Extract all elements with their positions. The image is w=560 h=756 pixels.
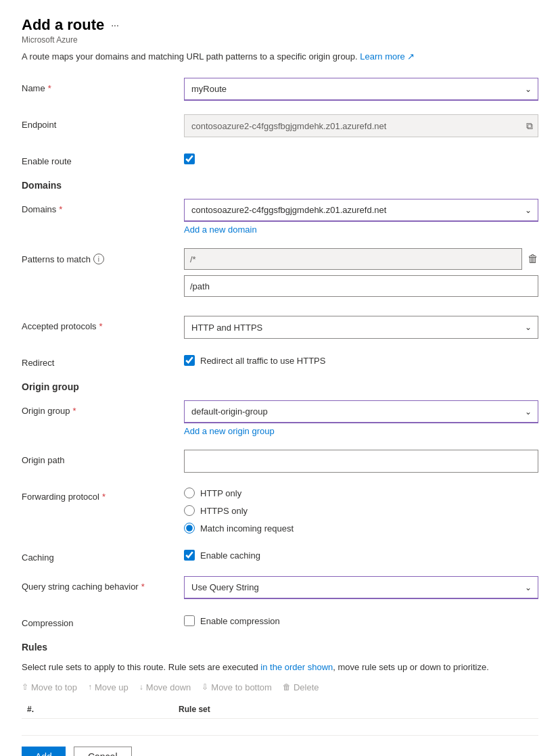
delete-rule-button: 🗑 Delete — [283, 682, 319, 692]
forwarding-https-only-radio[interactable] — [184, 505, 195, 516]
redirect-row: Redirect Redirect all traffic to use HTT… — [22, 352, 538, 368]
origin-path-row: Origin path — [22, 450, 538, 473]
caching-checkbox-row: Enable caching — [184, 550, 538, 561]
forwarding-https-only-row: HTTPS only — [184, 505, 538, 516]
footer-buttons: Add Cancel — [22, 735, 538, 757]
enable-route-row: Enable route — [22, 151, 538, 166]
pattern2-input[interactable] — [184, 275, 538, 297]
origin-section-header: Origin group — [22, 381, 538, 392]
add-button[interactable]: Add — [22, 747, 66, 757]
compression-row: Compression Enable compression — [22, 613, 538, 628]
page-title: Add a route — [22, 16, 104, 34]
learn-more-link[interactable]: Learn more ↗ — [360, 51, 415, 62]
redirect-area: Redirect all traffic to use HTTPS — [184, 352, 538, 366]
description: A route maps your domains and matching U… — [22, 51, 538, 62]
name-select-wrapper: ⌄ — [184, 78, 538, 101]
subtitle: Microsoft Azure — [22, 35, 538, 45]
endpoint-input — [184, 114, 538, 137]
move-down-icon: ↓ — [139, 682, 143, 692]
name-input[interactable] — [184, 78, 538, 101]
domains-select[interactable]: contosoazure2-c4fggsfbgjgmdehk.z01.azure… — [184, 199, 538, 222]
compression-area: Enable compression — [184, 613, 538, 626]
caching-label: Caching — [22, 547, 184, 563]
origin-group-label: Origin group* — [22, 400, 184, 416]
caching-checkbox-label: Enable caching — [200, 550, 260, 561]
move-up-button: ↑ Move up — [88, 682, 129, 692]
move-to-bottom-button: ⇩ Move to bottom — [202, 682, 272, 692]
cancel-button[interactable]: Cancel — [74, 747, 132, 757]
query-string-area: Use Query String Ignore Query String Use… — [184, 576, 538, 599]
endpoint-label: Endpoint — [22, 114, 184, 130]
add-origin-group-link[interactable]: Add a new origin group — [184, 426, 275, 436]
move-to-top-button: ⇧ Move to top — [22, 682, 77, 692]
rules-section: Rules Select rule sets to apply to this … — [22, 642, 538, 719]
redirect-label: Redirect — [22, 352, 184, 368]
name-row: Name* ⌄ — [22, 78, 538, 101]
pattern1-delete-icon[interactable]: 🗑 — [528, 253, 538, 265]
query-string-row: Query string caching behavior* Use Query… — [22, 576, 538, 599]
accepted-protocols-select-wrapper: HTTP and HTTPS HTTP only HTTPS only ⌄ — [184, 316, 538, 339]
origin-group-select-wrapper: default-origin-group ⌄ — [184, 400, 538, 423]
delete-rule-icon: 🗑 — [283, 682, 291, 692]
rules-highlight: in the order shown — [260, 662, 333, 672]
accepted-protocols-select[interactable]: HTTP and HTTPS HTTP only HTTPS only — [184, 316, 538, 339]
accepted-protocols-area: HTTP and HTTPS HTTP only HTTPS only ⌄ — [184, 316, 538, 339]
rules-table: #. Rule set — [22, 701, 538, 719]
forwarding-http-only-row: HTTP only — [184, 488, 538, 498]
forwarding-protocol-radio-group: HTTP only HTTPS only Match incoming requ… — [184, 488, 538, 534]
query-string-select[interactable]: Use Query String Ignore Query String Use… — [184, 576, 538, 599]
redirect-checkbox-label: Redirect all traffic to use HTTPS — [200, 356, 325, 366]
rules-col-ruleset: Rule set — [173, 701, 538, 719]
accepted-protocols-row: Accepted protocols* HTTP and HTTPS HTTP … — [22, 316, 538, 339]
domains-field-area: contosoazure2-c4fggsfbgjgmdehk.z01.azure… — [184, 199, 538, 235]
ellipsis-menu[interactable]: ··· — [111, 20, 119, 30]
name-label: Name* — [22, 78, 184, 93]
enable-route-area — [184, 151, 538, 164]
add-domain-link[interactable]: Add a new domain — [184, 225, 257, 235]
move-to-bottom-icon: ⇩ — [202, 682, 208, 692]
endpoint-row: Endpoint ⧉ — [22, 114, 538, 137]
compression-label: Compression — [22, 613, 184, 628]
forwarding-match-row: Match incoming request — [184, 523, 538, 534]
forwarding-protocol-area: HTTP only HTTPS only Match incoming requ… — [184, 486, 538, 534]
domains-label: Domains* — [22, 199, 184, 214]
copy-icon[interactable]: ⧉ — [526, 120, 533, 132]
pattern1-row: 🗑 — [184, 248, 538, 270]
redirect-checkbox-row: Redirect all traffic to use HTTPS — [184, 355, 538, 366]
origin-group-select[interactable]: default-origin-group — [184, 400, 538, 423]
forwarding-match-label: Match incoming request — [200, 523, 294, 534]
patterns-label: Patterns to match i — [22, 248, 184, 264]
endpoint-input-wrapper: ⧉ — [184, 114, 538, 137]
pattern2-row — [184, 275, 538, 297]
rules-toolbar: ⇧ Move to top ↑ Move up ↓ Move down ⇩ Mo… — [22, 682, 538, 692]
domains-select-wrapper: contosoazure2-c4fggsfbgjgmdehk.z01.azure… — [184, 199, 538, 222]
origin-path-input[interactable] — [184, 450, 538, 473]
rules-table-header-row: #. Rule set — [22, 701, 538, 719]
forwarding-match-radio[interactable] — [184, 523, 195, 534]
endpoint-field-area: ⧉ — [184, 114, 538, 137]
caching-area: Enable caching — [184, 547, 538, 561]
origin-group-row: Origin group* default-origin-group ⌄ Add… — [22, 400, 538, 436]
rules-description: Select rule sets to apply to this route.… — [22, 661, 538, 674]
move-to-top-icon: ⇧ — [22, 682, 28, 692]
compression-checkbox[interactable] — [184, 615, 195, 626]
origin-path-label: Origin path — [22, 450, 184, 465]
name-field-area: ⌄ — [184, 78, 538, 101]
forwarding-http-only-label: HTTP only — [200, 488, 241, 498]
redirect-checkbox[interactable] — [184, 355, 195, 366]
domains-row: Domains* contosoazure2-c4fggsfbgjgmdehk.… — [22, 199, 538, 235]
enable-route-checkbox[interactable] — [184, 153, 195, 164]
domains-section-header: Domains — [22, 180, 538, 191]
patterns-info-icon[interactable]: i — [93, 254, 104, 264]
move-up-icon: ↑ — [88, 682, 92, 692]
origin-path-area — [184, 450, 538, 473]
rules-section-header: Rules — [22, 642, 538, 653]
compression-checkbox-label: Enable compression — [200, 616, 280, 626]
caching-checkbox[interactable] — [184, 550, 195, 561]
enable-route-checkbox-row — [184, 153, 538, 164]
origin-group-area: default-origin-group ⌄ Add a new origin … — [184, 400, 538, 436]
patterns-row: Patterns to match i 🗑 — [22, 248, 538, 302]
forwarding-http-only-radio[interactable] — [184, 488, 195, 498]
forwarding-protocol-row: Forwarding protocol* HTTP only HTTPS onl… — [22, 486, 538, 534]
move-down-button: ↓ Move down — [139, 682, 191, 692]
